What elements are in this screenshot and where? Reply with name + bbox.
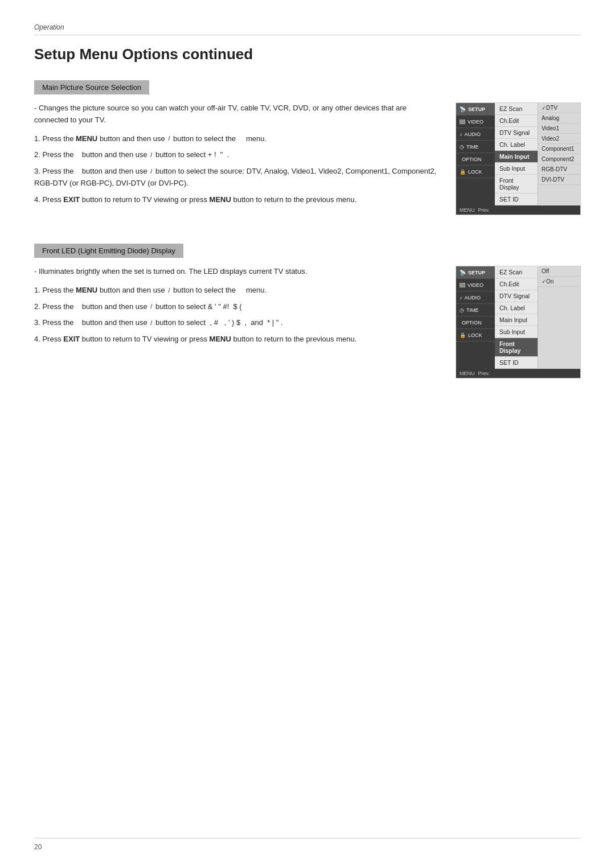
section1-steps: 1. Press the MENU button and then use / … (34, 133, 438, 206)
tv-footer-2: MENU Prev. (456, 369, 580, 378)
lock-icon-2: 🔒 (460, 332, 466, 338)
menu2-front-display: Front Display (495, 338, 538, 357)
menu-front-display: Front Display (495, 175, 538, 194)
sidebar2-video: VIDEO (456, 279, 495, 291)
section2-steps: 1. Press the MENU button and then use / … (34, 285, 438, 345)
submenu-component2: Component2 (538, 154, 580, 164)
submenu-component1: Component1 (538, 144, 580, 154)
sidebar-video: VIDEO (456, 116, 495, 128)
tv-menu-cols: 📡 SETUP VIDEO ♪ AUDIO ◷ (456, 103, 580, 205)
step2-4: 4. Press EXIT button to return to TV vie… (34, 334, 438, 345)
sidebar-lock: 🔒 LOCK (456, 166, 495, 178)
sidebar-time: ◷ TIME (456, 141, 495, 153)
menu2-ez-scan: EZ Scan (495, 266, 538, 278)
section1-description: - Changes the picture source so you can … (34, 102, 438, 126)
tv-footer-1: MENU Prev. (456, 205, 580, 215)
submenu-video1: Video1 (538, 124, 580, 134)
section1-header: Main Picture Source Selection (34, 80, 149, 94)
step1-4: 4. Press EXIT button to return to TV vie… (34, 194, 438, 206)
submenu-video2: Video2 (538, 134, 580, 144)
menu2-ch-edit: Ch.Edit (495, 278, 538, 290)
audio-icon-2: ♪ (460, 295, 462, 301)
tv-main-menu: EZ Scan Ch.Edit DTV Signal Ch. Label Mai… (495, 103, 538, 205)
menu-sub-input: Sub Input (495, 163, 538, 175)
section2-description: - Illuminates brightly when the set is t… (34, 266, 438, 278)
sidebar2-time: ◷ TIME (456, 304, 495, 316)
page-footer: 20 (34, 838, 581, 851)
section1-text: - Changes the picture source so you can … (34, 102, 438, 211)
section1-tv-menu: 📡 SETUP VIDEO ♪ AUDIO ◷ (456, 102, 581, 215)
tv-submenu-2: Off On (538, 266, 580, 369)
sidebar-audio: ♪ AUDIO (456, 128, 495, 141)
sidebar2-option: OPTION (456, 316, 495, 329)
section2-tv-menu: 📡 SETUP VIDEO ♪ AUDIO ◷ (456, 266, 581, 379)
submenu-rgb-dtv: RGB-DTV (538, 164, 580, 175)
time-icon: ◷ (460, 144, 464, 150)
page-title: Setup Menu Options continued (34, 46, 581, 63)
submenu-analog: Analog (538, 113, 580, 124)
submenu-dvi-dtv: DVI-DTV (538, 175, 580, 185)
section1-content: - Changes the picture source so you can … (34, 102, 581, 215)
menu-dtv-signal: DTV Signal (495, 127, 538, 139)
section2-header: Front LED (Light Emitting Diode) Display (34, 244, 183, 258)
section1-block: Main Picture Source Selection - Changes … (34, 80, 581, 215)
sidebar-option: OPTION (456, 153, 495, 166)
tv-sidebar-2: 📡 SETUP VIDEO ♪ AUDIO ◷ (456, 266, 495, 369)
menu2-ch-label: Ch. Label (495, 302, 538, 314)
sidebar2-audio: ♪ AUDIO (456, 291, 495, 304)
sidebar2-lock: 🔒 LOCK (456, 329, 495, 342)
menu-main-input: Main Input (495, 151, 538, 163)
tv-main-menu-2: EZ Scan Ch.Edit DTV Signal Ch. Label Mai… (495, 266, 538, 369)
menu2-set-id: SET ID (495, 357, 538, 369)
menu-ch-edit: Ch.Edit (495, 115, 538, 127)
menu2-dtv-signal: DTV Signal (495, 290, 538, 302)
section2-content: - Illuminates brightly when the set is t… (34, 266, 581, 379)
tv-menu-cols-2: 📡 SETUP VIDEO ♪ AUDIO ◷ (456, 266, 580, 369)
audio-icon: ♪ (460, 131, 462, 137)
antenna-icon: 📡 (460, 106, 466, 112)
tv-submenu: DTV Analog Video1 Video2 Component1 Comp… (538, 103, 580, 205)
page-number: 20 (34, 843, 42, 851)
section2-block: Front LED (Light Emitting Diode) Display… (34, 244, 581, 379)
submenu-dtv: DTV (538, 103, 580, 113)
menu-ch-label: Ch. Label (495, 139, 538, 151)
header-section: Operation (34, 23, 581, 35)
menu-set-id: SET ID (495, 194, 538, 205)
step1-1: 1. Press the MENU button and then use / … (34, 133, 438, 145)
tv-sidebar: 📡 SETUP VIDEO ♪ AUDIO ◷ (456, 103, 495, 205)
submenu2-on: On (538, 277, 580, 287)
slash-icon: / (168, 134, 170, 144)
submenu2-off: Off (538, 266, 580, 277)
operation-label: Operation (34, 23, 64, 31)
step2-1: 1. Press the MENU button and then use / … (34, 285, 438, 297)
menu-ez-scan: EZ Scan (495, 103, 538, 115)
time-icon-2: ◷ (460, 307, 464, 313)
page-container: Operation Setup Menu Options continued M… (0, 0, 615, 441)
section2-text: - Illuminates brightly when the set is t… (34, 266, 438, 350)
step2-2: 2. Press the button and then use / butto… (34, 301, 438, 313)
menu2-sub-input: Sub Input (495, 326, 538, 338)
lock-icon: 🔒 (460, 169, 466, 175)
sidebar2-setup: 📡 SETUP (456, 266, 495, 279)
step1-2: 2. Press the button and then use / butto… (34, 149, 438, 161)
sidebar-setup: 📡 SETUP (456, 103, 495, 116)
step2-3: 3. Press the button and then use / butto… (34, 317, 438, 329)
step1-3: 3. Press the button and then use / butto… (34, 166, 438, 190)
video-icon (460, 120, 465, 124)
menu2-main-input: Main Input (495, 314, 538, 326)
antenna-icon-2: 📡 (460, 270, 466, 275)
video-icon-2 (460, 283, 465, 287)
